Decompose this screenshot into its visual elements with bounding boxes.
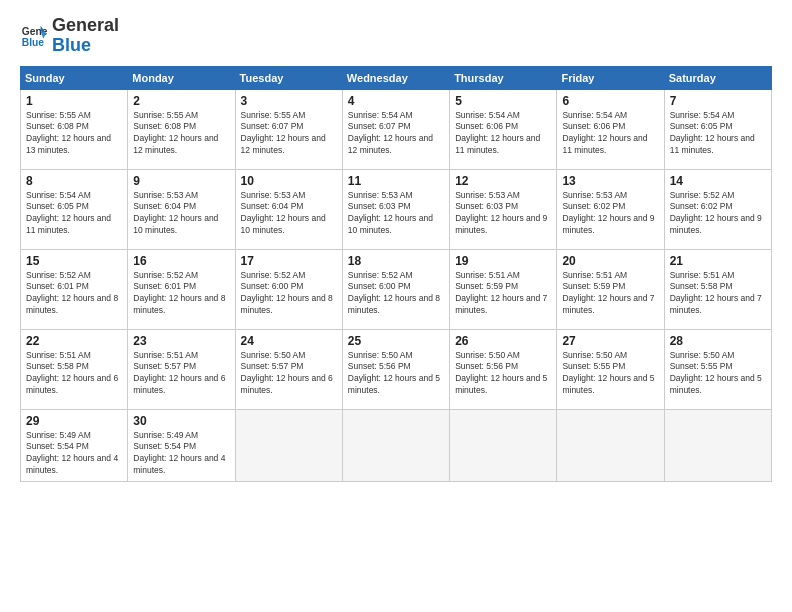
day-number: 28 bbox=[670, 334, 766, 348]
day-number: 1 bbox=[26, 94, 122, 108]
calendar-cell: 29 Sunrise: 5:49 AM Sunset: 5:54 PM Dayl… bbox=[21, 409, 128, 482]
calendar-week-3: 15 Sunrise: 5:52 AM Sunset: 6:01 PM Dayl… bbox=[21, 249, 772, 329]
day-number: 12 bbox=[455, 174, 551, 188]
calendar-cell: 2 Sunrise: 5:55 AM Sunset: 6:08 PM Dayli… bbox=[128, 89, 235, 169]
day-info: Sunrise: 5:51 AM Sunset: 5:59 PM Dayligh… bbox=[455, 270, 551, 318]
day-info: Sunrise: 5:50 AM Sunset: 5:55 PM Dayligh… bbox=[562, 350, 658, 398]
day-number: 22 bbox=[26, 334, 122, 348]
weekday-header-friday: Friday bbox=[557, 66, 664, 89]
logo-icon: General Blue bbox=[20, 22, 48, 50]
calendar-cell bbox=[557, 409, 664, 482]
logo-text: General Blue bbox=[52, 16, 119, 56]
weekday-header-thursday: Thursday bbox=[450, 66, 557, 89]
day-info: Sunrise: 5:52 AM Sunset: 6:00 PM Dayligh… bbox=[241, 270, 337, 318]
calendar-cell: 5 Sunrise: 5:54 AM Sunset: 6:06 PM Dayli… bbox=[450, 89, 557, 169]
day-info: Sunrise: 5:50 AM Sunset: 5:55 PM Dayligh… bbox=[670, 350, 766, 398]
day-info: Sunrise: 5:52 AM Sunset: 6:02 PM Dayligh… bbox=[670, 190, 766, 238]
day-info: Sunrise: 5:54 AM Sunset: 6:05 PM Dayligh… bbox=[670, 110, 766, 158]
day-info: Sunrise: 5:50 AM Sunset: 5:56 PM Dayligh… bbox=[348, 350, 444, 398]
calendar-cell: 4 Sunrise: 5:54 AM Sunset: 6:07 PM Dayli… bbox=[342, 89, 449, 169]
day-info: Sunrise: 5:55 AM Sunset: 6:08 PM Dayligh… bbox=[133, 110, 229, 158]
day-info: Sunrise: 5:53 AM Sunset: 6:03 PM Dayligh… bbox=[455, 190, 551, 238]
calendar-table: SundayMondayTuesdayWednesdayThursdayFrid… bbox=[20, 66, 772, 483]
day-number: 14 bbox=[670, 174, 766, 188]
calendar-cell: 30 Sunrise: 5:49 AM Sunset: 5:54 PM Dayl… bbox=[128, 409, 235, 482]
weekday-header-wednesday: Wednesday bbox=[342, 66, 449, 89]
calendar-cell: 17 Sunrise: 5:52 AM Sunset: 6:00 PM Dayl… bbox=[235, 249, 342, 329]
calendar-cell: 14 Sunrise: 5:52 AM Sunset: 6:02 PM Dayl… bbox=[664, 169, 771, 249]
weekday-header-tuesday: Tuesday bbox=[235, 66, 342, 89]
day-number: 15 bbox=[26, 254, 122, 268]
calendar-cell: 8 Sunrise: 5:54 AM Sunset: 6:05 PM Dayli… bbox=[21, 169, 128, 249]
calendar-cell: 24 Sunrise: 5:50 AM Sunset: 5:57 PM Dayl… bbox=[235, 329, 342, 409]
day-number: 9 bbox=[133, 174, 229, 188]
day-number: 5 bbox=[455, 94, 551, 108]
day-number: 13 bbox=[562, 174, 658, 188]
calendar-cell: 19 Sunrise: 5:51 AM Sunset: 5:59 PM Dayl… bbox=[450, 249, 557, 329]
calendar-cell: 11 Sunrise: 5:53 AM Sunset: 6:03 PM Dayl… bbox=[342, 169, 449, 249]
day-number: 30 bbox=[133, 414, 229, 428]
page: General Blue General Blue SundayMondayTu… bbox=[0, 0, 792, 612]
day-number: 6 bbox=[562, 94, 658, 108]
day-info: Sunrise: 5:53 AM Sunset: 6:04 PM Dayligh… bbox=[241, 190, 337, 238]
calendar-cell: 9 Sunrise: 5:53 AM Sunset: 6:04 PM Dayli… bbox=[128, 169, 235, 249]
day-number: 16 bbox=[133, 254, 229, 268]
day-number: 20 bbox=[562, 254, 658, 268]
calendar-cell: 23 Sunrise: 5:51 AM Sunset: 5:57 PM Dayl… bbox=[128, 329, 235, 409]
day-info: Sunrise: 5:54 AM Sunset: 6:06 PM Dayligh… bbox=[455, 110, 551, 158]
calendar-cell: 6 Sunrise: 5:54 AM Sunset: 6:06 PM Dayli… bbox=[557, 89, 664, 169]
calendar-cell bbox=[235, 409, 342, 482]
day-info: Sunrise: 5:54 AM Sunset: 6:06 PM Dayligh… bbox=[562, 110, 658, 158]
day-number: 7 bbox=[670, 94, 766, 108]
day-info: Sunrise: 5:52 AM Sunset: 6:01 PM Dayligh… bbox=[26, 270, 122, 318]
day-info: Sunrise: 5:52 AM Sunset: 6:01 PM Dayligh… bbox=[133, 270, 229, 318]
day-info: Sunrise: 5:53 AM Sunset: 6:02 PM Dayligh… bbox=[562, 190, 658, 238]
day-number: 11 bbox=[348, 174, 444, 188]
calendar-cell bbox=[450, 409, 557, 482]
calendar-cell: 1 Sunrise: 5:55 AM Sunset: 6:08 PM Dayli… bbox=[21, 89, 128, 169]
day-number: 21 bbox=[670, 254, 766, 268]
header: General Blue General Blue bbox=[20, 16, 772, 56]
day-info: Sunrise: 5:50 AM Sunset: 5:56 PM Dayligh… bbox=[455, 350, 551, 398]
calendar-cell: 3 Sunrise: 5:55 AM Sunset: 6:07 PM Dayli… bbox=[235, 89, 342, 169]
weekday-header-saturday: Saturday bbox=[664, 66, 771, 89]
day-info: Sunrise: 5:53 AM Sunset: 6:04 PM Dayligh… bbox=[133, 190, 229, 238]
day-number: 29 bbox=[26, 414, 122, 428]
calendar-cell: 16 Sunrise: 5:52 AM Sunset: 6:01 PM Dayl… bbox=[128, 249, 235, 329]
day-info: Sunrise: 5:54 AM Sunset: 6:07 PM Dayligh… bbox=[348, 110, 444, 158]
calendar-week-5: 29 Sunrise: 5:49 AM Sunset: 5:54 PM Dayl… bbox=[21, 409, 772, 482]
day-info: Sunrise: 5:52 AM Sunset: 6:00 PM Dayligh… bbox=[348, 270, 444, 318]
day-number: 24 bbox=[241, 334, 337, 348]
calendar-cell: 27 Sunrise: 5:50 AM Sunset: 5:55 PM Dayl… bbox=[557, 329, 664, 409]
calendar-cell: 13 Sunrise: 5:53 AM Sunset: 6:02 PM Dayl… bbox=[557, 169, 664, 249]
calendar-cell: 28 Sunrise: 5:50 AM Sunset: 5:55 PM Dayl… bbox=[664, 329, 771, 409]
day-number: 25 bbox=[348, 334, 444, 348]
day-info: Sunrise: 5:51 AM Sunset: 5:59 PM Dayligh… bbox=[562, 270, 658, 318]
calendar-cell: 26 Sunrise: 5:50 AM Sunset: 5:56 PM Dayl… bbox=[450, 329, 557, 409]
day-info: Sunrise: 5:55 AM Sunset: 6:08 PM Dayligh… bbox=[26, 110, 122, 158]
day-number: 26 bbox=[455, 334, 551, 348]
day-info: Sunrise: 5:49 AM Sunset: 5:54 PM Dayligh… bbox=[133, 430, 229, 478]
day-number: 17 bbox=[241, 254, 337, 268]
day-info: Sunrise: 5:55 AM Sunset: 6:07 PM Dayligh… bbox=[241, 110, 337, 158]
day-info: Sunrise: 5:53 AM Sunset: 6:03 PM Dayligh… bbox=[348, 190, 444, 238]
day-number: 2 bbox=[133, 94, 229, 108]
day-number: 10 bbox=[241, 174, 337, 188]
weekday-header-row: SundayMondayTuesdayWednesdayThursdayFrid… bbox=[21, 66, 772, 89]
day-info: Sunrise: 5:51 AM Sunset: 5:58 PM Dayligh… bbox=[26, 350, 122, 398]
day-number: 27 bbox=[562, 334, 658, 348]
calendar-cell bbox=[342, 409, 449, 482]
calendar-week-4: 22 Sunrise: 5:51 AM Sunset: 5:58 PM Dayl… bbox=[21, 329, 772, 409]
calendar-cell: 22 Sunrise: 5:51 AM Sunset: 5:58 PM Dayl… bbox=[21, 329, 128, 409]
day-number: 3 bbox=[241, 94, 337, 108]
day-number: 23 bbox=[133, 334, 229, 348]
calendar-cell: 7 Sunrise: 5:54 AM Sunset: 6:05 PM Dayli… bbox=[664, 89, 771, 169]
day-info: Sunrise: 5:49 AM Sunset: 5:54 PM Dayligh… bbox=[26, 430, 122, 478]
calendar-cell: 12 Sunrise: 5:53 AM Sunset: 6:03 PM Dayl… bbox=[450, 169, 557, 249]
calendar-cell: 21 Sunrise: 5:51 AM Sunset: 5:58 PM Dayl… bbox=[664, 249, 771, 329]
calendar-cell: 15 Sunrise: 5:52 AM Sunset: 6:01 PM Dayl… bbox=[21, 249, 128, 329]
calendar-week-2: 8 Sunrise: 5:54 AM Sunset: 6:05 PM Dayli… bbox=[21, 169, 772, 249]
calendar-week-1: 1 Sunrise: 5:55 AM Sunset: 6:08 PM Dayli… bbox=[21, 89, 772, 169]
day-number: 19 bbox=[455, 254, 551, 268]
calendar-cell bbox=[664, 409, 771, 482]
